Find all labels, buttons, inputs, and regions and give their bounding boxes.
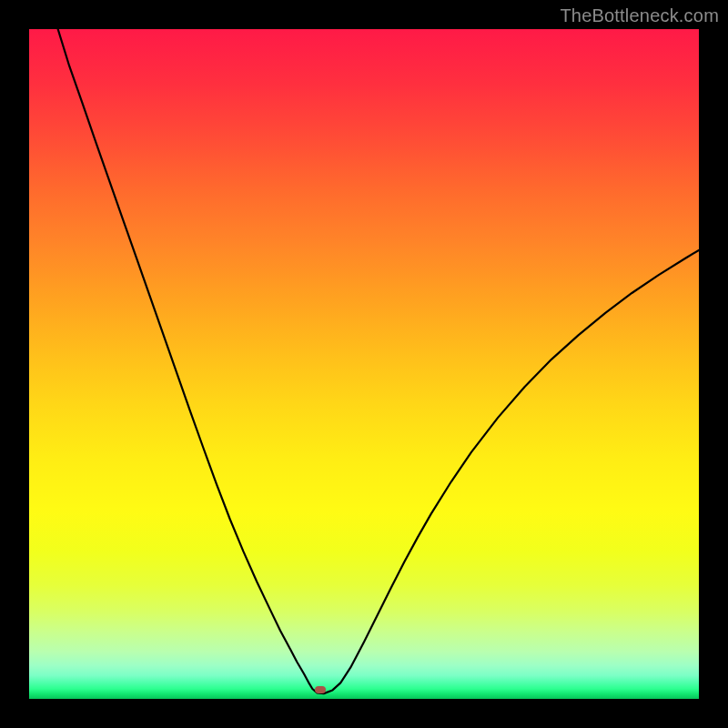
plot-area [29,29,699,699]
watermark-text: TheBottleneck.com [560,5,719,26]
chart-frame: TheBottleneck.com [0,0,728,728]
curve-line [58,29,699,693]
bottleneck-curve [29,29,699,699]
optimum-marker [315,686,326,693]
